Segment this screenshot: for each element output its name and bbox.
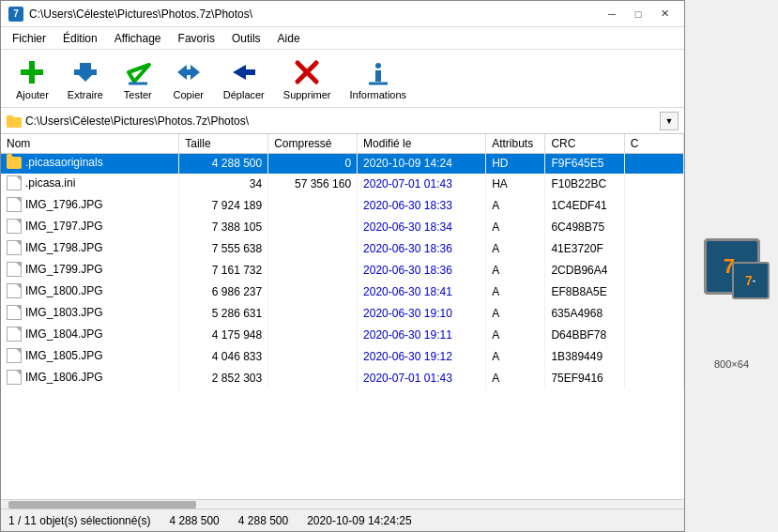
file-name-cell: IMG_1804.JPG <box>1 325 179 346</box>
txt-type-icon <box>7 175 22 190</box>
status-size: 4 288 500 <box>169 514 219 527</box>
file-modified-cell: 2020-06-30 18:34 <box>358 217 486 238</box>
app-icon: 7 <box>8 7 23 22</box>
file-crc-cell: 6C498B75 <box>545 217 624 238</box>
table-row[interactable]: IMG_1800.JPG6 986 2372020-06-30 18:41AEF… <box>1 281 684 303</box>
move-label: Déplacer <box>223 89 265 100</box>
file-size-cell: 7 161 732 <box>179 260 268 281</box>
info-label: Informations <box>350 89 407 100</box>
file-name-cell: IMG_1806.JPG <box>1 368 179 389</box>
table-row[interactable]: IMG_1803.JPG5 286 6312020-06-30 19:10A63… <box>1 303 684 325</box>
horizontal-scrollbar[interactable] <box>1 499 684 509</box>
copy-icon <box>174 57 204 87</box>
file-table: Nom Taille Compressé Modifié le Attribut… <box>1 134 684 389</box>
address-dropdown[interactable]: ▼ <box>660 112 679 130</box>
file-size-cell: 7 924 189 <box>179 195 268 217</box>
menu-fichier[interactable]: Fichier <box>5 30 53 47</box>
menu-aide[interactable]: Aide <box>270 30 308 47</box>
scrollbar-thumb[interactable] <box>8 501 196 509</box>
menu-favoris[interactable]: Favoris <box>171 30 222 47</box>
col-header-crc[interactable]: CRC <box>545 134 624 154</box>
file-icon: IMG_1803.JPG <box>7 305 103 320</box>
move-icon <box>229 57 259 87</box>
column-headers: Nom Taille Compressé Modifié le Attribut… <box>1 134 684 154</box>
delete-label: Supprimer <box>283 89 331 100</box>
file-name-text: IMG_1803.JPG <box>25 306 103 319</box>
maximize-button[interactable]: □ <box>626 5 650 23</box>
file-size-cell: 6 986 237 <box>179 281 268 303</box>
menu-outils[interactable]: Outils <box>224 30 268 47</box>
file-name-text: IMG_1805.JPG <box>25 349 103 362</box>
col-header-compressed[interactable]: Compressé <box>268 134 358 154</box>
col-header-comment[interactable]: C <box>624 134 683 154</box>
file-name-cell: IMG_1800.JPG <box>1 281 179 303</box>
address-input[interactable] <box>25 114 656 128</box>
file-crc-cell: F9F645E5 <box>545 154 624 174</box>
svg-rect-14 <box>7 115 13 118</box>
col-header-modified[interactable]: Modifié le <box>358 134 486 154</box>
file-modified-cell: 2020-06-30 19:10 <box>358 303 486 325</box>
file-icon: IMG_1804.JPG <box>7 327 103 342</box>
file-name-cell: IMG_1803.JPG <box>1 303 179 325</box>
table-row[interactable]: IMG_1797.JPG7 388 1052020-06-30 18:34A6C… <box>1 217 684 238</box>
info-button[interactable]: Informations <box>343 53 415 104</box>
file-compressed-cell <box>268 260 358 281</box>
status-compressed: 4 288 500 <box>238 514 288 527</box>
col-header-name[interactable]: Nom <box>1 134 179 154</box>
file-name-cell: IMG_1799.JPG <box>1 260 179 281</box>
extract-button[interactable]: Extraire <box>60 53 111 104</box>
move-button[interactable]: Déplacer <box>216 53 272 104</box>
test-button[interactable]: Tester <box>114 53 161 104</box>
menu-affichage[interactable]: Affichage <box>107 30 169 47</box>
panel-label: 800×64 <box>714 358 749 370</box>
title-bar: 7 C:\Users\Céleste\Pictures\Photos.7z\Ph… <box>1 1 684 27</box>
table-row[interactable]: IMG_1804.JPG4 175 9482020-06-30 19:11AD6… <box>1 325 684 346</box>
file-crc-cell: 1C4EDF41 <box>545 195 624 217</box>
jpg-type-icon <box>7 305 22 320</box>
table-row[interactable]: .picasa.ini3457 356 1602020-07-01 01:43H… <box>1 174 684 195</box>
file-modified-cell: 2020-06-30 19:12 <box>358 346 486 368</box>
file-icon: IMG_1800.JPG <box>7 283 103 298</box>
file-modified-cell: 2020-10-09 14:24 <box>358 154 486 174</box>
file-crc-cell: EF8B8A5E <box>545 281 624 303</box>
table-row[interactable]: IMG_1806.JPG2 852 3032020-07-01 01:43A75… <box>1 368 684 389</box>
jpg-type-icon <box>7 370 22 385</box>
close-button[interactable]: ✕ <box>652 5 677 23</box>
file-modified-cell: 2020-07-01 01:43 <box>358 174 486 195</box>
table-row[interactable]: IMG_1799.JPG7 161 7322020-06-30 18:36A2C… <box>1 260 684 281</box>
file-size-cell: 4 175 948 <box>179 325 268 346</box>
file-icon: IMG_1806.JPG <box>7 370 103 385</box>
test-label: Tester <box>124 89 152 100</box>
table-row[interactable]: IMG_1805.JPG4 046 8332020-06-30 19:12A1B… <box>1 346 684 368</box>
file-comment-cell <box>624 303 683 325</box>
jpg-type-icon <box>7 240 22 255</box>
svg-marker-3 <box>74 63 97 82</box>
minimize-button[interactable]: ─ <box>600 5 624 23</box>
copy-button[interactable]: Copier <box>165 53 212 104</box>
file-modified-cell: 2020-07-01 01:43 <box>358 368 486 389</box>
col-header-size[interactable]: Taille <box>179 134 268 154</box>
table-row[interactable]: .picasaoriginals4 288 50002020-10-09 14:… <box>1 154 684 174</box>
table-row[interactable]: IMG_1796.JPG7 924 1892020-06-30 18:33A1C… <box>1 195 684 217</box>
extract-label: Extraire <box>68 89 103 100</box>
file-attr-cell: A <box>486 346 545 368</box>
file-modified-cell: 2020-06-30 18:41 <box>358 281 486 303</box>
file-compressed-cell <box>268 281 358 303</box>
file-attr-cell: A <box>486 303 545 325</box>
file-icon: IMG_1797.JPG <box>7 219 103 234</box>
file-list-container[interactable]: Nom Taille Compressé Modifié le Attribut… <box>1 134 684 499</box>
window-title: C:\Users\Céleste\Pictures\Photos.7z\Phot… <box>29 8 252 21</box>
file-name-text: IMG_1804.JPG <box>25 327 103 341</box>
folder-type-icon <box>7 157 22 169</box>
file-icon: IMG_1799.JPG <box>7 262 103 277</box>
file-compressed-cell <box>268 303 358 325</box>
table-row[interactable]: IMG_1798.JPG7 555 6382020-06-30 18:36A41… <box>1 238 684 260</box>
file-modified-cell: 2020-06-30 18:36 <box>358 238 486 260</box>
add-button[interactable]: Ajouter <box>8 53 56 104</box>
col-header-attrs[interactable]: Attributs <box>486 134 545 154</box>
menu-edition[interactable]: Édition <box>55 30 105 47</box>
file-comment-cell <box>624 346 683 368</box>
file-name-text: IMG_1796.JPG <box>25 198 103 211</box>
file-comment-cell <box>624 154 683 174</box>
delete-button[interactable]: Supprimer <box>276 53 339 104</box>
